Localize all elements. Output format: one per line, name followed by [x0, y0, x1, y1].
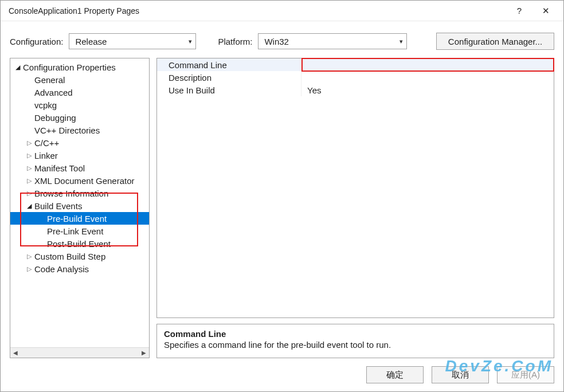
expander-closed-icon[interactable]: ▷ — [25, 253, 33, 260]
ok-button[interactable]: 确定 — [366, 366, 424, 383]
platform-label: Platform: — [218, 37, 252, 46]
cancel-button[interactable]: 取消 — [432, 366, 489, 383]
tree-node-configuration-properties[interactable]: ◢ Configuration Properties — [10, 61, 149, 73]
dialog-footer: 确定 取消 应用(A) — [366, 366, 554, 383]
expander-closed-icon[interactable]: ▷ — [25, 177, 33, 185]
tree-node-linker[interactable]: ▷Linker — [10, 149, 149, 162]
main-area: ◢ Configuration Properties ▷General ▷Adv… — [10, 58, 554, 358]
grid-cell-name: Description — [157, 71, 301, 84]
grid-cell-name: Command Line — [157, 58, 301, 71]
description-text: Specifies a command line for the pre-bui… — [164, 340, 547, 350]
close-button[interactable]: ✕ — [532, 2, 559, 19]
close-icon: ✕ — [542, 6, 550, 16]
expander-closed-icon[interactable]: ▷ — [25, 190, 33, 197]
scroll-right-button[interactable]: ▶ — [139, 348, 149, 358]
tree-node-xml-doc-generator[interactable]: ▷XML Document Generator — [10, 174, 149, 187]
titlebar: ConsoleApplication1 Property Pages ? ✕ — [1, 1, 563, 21]
expander-open-icon[interactable]: ◢ — [25, 202, 33, 210]
tree-node-post-build-event[interactable]: ▷Post-Build Event — [10, 237, 149, 250]
apply-button[interactable]: 应用(A) — [497, 366, 554, 383]
property-grid: Command Line Description Use In Build Ye… — [156, 58, 554, 318]
grid-cell-value[interactable] — [301, 58, 554, 71]
help-button[interactable]: ? — [506, 2, 532, 19]
tree-node-c-cpp[interactable]: ▷C/C++ — [10, 136, 149, 149]
expander-open-icon[interactable]: ◢ — [14, 64, 22, 71]
expander-closed-icon[interactable]: ▷ — [25, 265, 33, 273]
tree-node-vc-directories[interactable]: ▷VC++ Directories — [10, 124, 149, 136]
tree-panel: ◢ Configuration Properties ▷General ▷Adv… — [10, 58, 150, 358]
configuration-dropdown[interactable]: Release ▾ — [69, 33, 196, 49]
description-heading: Command Line — [164, 329, 547, 339]
tree-node-code-analysis[interactable]: ▷Code Analysis — [10, 262, 149, 275]
tree-node-advanced[interactable]: ▷Advanced — [10, 86, 149, 99]
tree-node-pre-build-event[interactable]: ▷Pre-Build Event — [10, 212, 149, 225]
tree-node-browse-info[interactable]: ▷Browse Information — [10, 187, 149, 199]
tree-node-pre-link-event[interactable]: ▷Pre-Link Event — [10, 225, 149, 237]
chevron-down-icon: ▾ — [399, 38, 403, 45]
grid-cell-value[interactable] — [301, 71, 554, 84]
grid-row-use-in-build[interactable]: Use In Build Yes — [157, 84, 554, 96]
grid-cell-name: Use In Build — [157, 84, 301, 96]
right-column: Command Line Description Use In Build Ye… — [156, 58, 554, 358]
expander-closed-icon[interactable]: ▷ — [25, 152, 33, 159]
tree-node-manifest-tool[interactable]: ▷Manifest Tool — [10, 162, 149, 174]
expander-closed-icon[interactable]: ▷ — [25, 139, 33, 147]
configuration-label: Configuration: — [10, 37, 63, 46]
config-toolbar: Configuration: Release ▾ Platform: Win32… — [1, 21, 563, 58]
chevron-down-icon: ▾ — [189, 38, 192, 45]
grid-row-description[interactable]: Description — [157, 71, 554, 84]
grid-row-command-line[interactable]: Command Line — [157, 58, 554, 71]
configuration-manager-button[interactable]: Configuration Manager... — [436, 33, 554, 50]
property-tree[interactable]: ◢ Configuration Properties ▷General ▷Adv… — [10, 58, 149, 347]
tree-h-scrollbar[interactable]: ◀ ▶ — [10, 347, 149, 358]
tree-node-build-events[interactable]: ◢Build Events — [10, 199, 149, 212]
scroll-left-button[interactable]: ◀ — [10, 348, 21, 358]
help-icon: ? — [517, 6, 522, 15]
tree-node-custom-build-step[interactable]: ▷Custom Build Step — [10, 250, 149, 262]
tree-node-debugging[interactable]: ▷Debugging — [10, 111, 149, 124]
platform-dropdown[interactable]: Win32 ▾ — [258, 33, 407, 49]
description-panel: Command Line Specifies a command line fo… — [156, 324, 554, 358]
window-title: ConsoleApplication1 Property Pages — [9, 6, 506, 15]
expander-closed-icon[interactable]: ▷ — [25, 164, 33, 172]
platform-value: Win32 — [264, 37, 289, 46]
configuration-value: Release — [75, 37, 107, 46]
tree-node-general[interactable]: ▷General — [10, 73, 149, 86]
tree-node-vcpkg[interactable]: ▷vcpkg — [10, 99, 149, 111]
grid-cell-value[interactable]: Yes — [301, 84, 554, 96]
